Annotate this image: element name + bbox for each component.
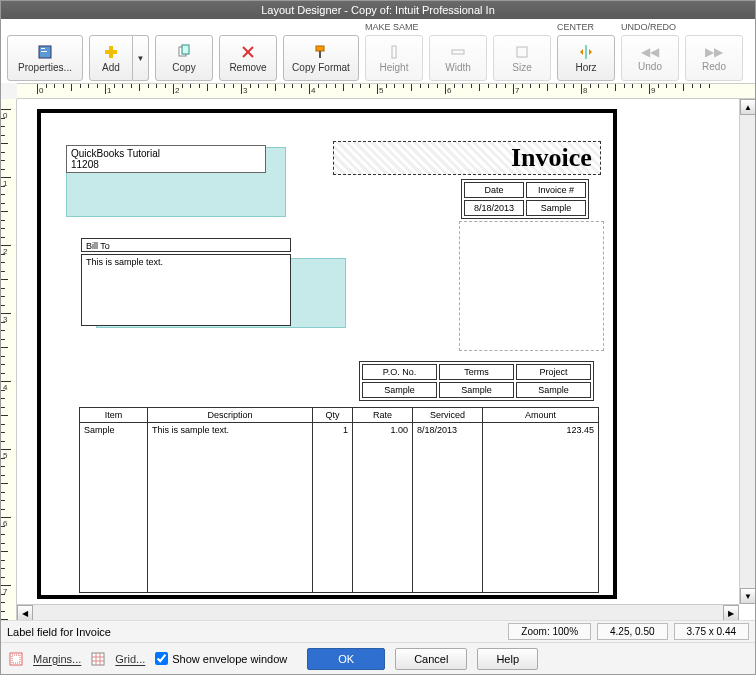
date-value: 8/18/2013 <box>464 200 524 216</box>
canvas-scroll[interactable]: QuickBooks Tutorial 11208 Invoice DateIn… <box>17 99 755 620</box>
status-bar: Label field for Invoice Zoom: 100% 4.25,… <box>1 620 755 642</box>
scroll-right-button[interactable]: ▶ <box>723 605 739 620</box>
horz-button[interactable]: Horz <box>557 35 615 81</box>
paintbrush-icon <box>313 44 329 60</box>
undo-icon: ◀◀ <box>641 45 659 59</box>
ok-button[interactable]: OK <box>307 648 385 670</box>
envelope-checkbox-label[interactable]: Show envelope window <box>155 652 287 665</box>
height-button[interactable]: Height <box>365 35 423 81</box>
add-dropdown-button[interactable]: ▼ <box>133 35 149 81</box>
add-label: Add <box>102 62 120 73</box>
cell-serviced: 8/18/2013 <box>413 423 483 593</box>
center-group: CENTER Horz <box>557 23 615 81</box>
cell-desc: This is sample text. <box>148 423 313 593</box>
width-icon <box>450 44 466 60</box>
scroll-up-button[interactable]: ▲ <box>740 99 755 115</box>
make-same-label: MAKE SAME <box>365 22 419 32</box>
center-label: CENTER <box>557 22 594 32</box>
date-header: Date <box>464 182 524 198</box>
size-display: 3.75 x 0.44 <box>674 623 749 640</box>
make-same-group: MAKE SAME Height Width Size <box>365 23 551 81</box>
remove-button[interactable]: Remove <box>219 35 277 81</box>
canvas-area[interactable]: QuickBooks Tutorial 11208 Invoice DateIn… <box>17 99 637 609</box>
po-header: P.O. No. <box>362 364 437 380</box>
svg-rect-4 <box>105 50 117 54</box>
vertical-scrollbar[interactable]: ▲ ▼ <box>739 99 755 604</box>
horizontal-scrollbar[interactable]: ◀ ▶ <box>17 604 739 620</box>
horz-label: Horz <box>575 62 596 73</box>
col-rate: Rate <box>353 408 413 423</box>
col-amount: Amount <box>483 408 599 423</box>
cell-item: Sample <box>80 423 148 593</box>
svg-marker-15 <box>580 49 583 55</box>
svg-rect-19 <box>92 653 104 665</box>
zoom-display[interactable]: Zoom: 100% <box>508 623 591 640</box>
copy-icon <box>176 44 192 60</box>
po-value: Sample <box>362 382 437 398</box>
svg-rect-2 <box>41 51 47 52</box>
size-label: Size <box>512 62 531 73</box>
envelope-checkbox[interactable] <box>155 652 168 665</box>
page[interactable]: QuickBooks Tutorial 11208 Invoice DateIn… <box>37 109 617 599</box>
invno-value: Sample <box>526 200 586 216</box>
envelope-label: Show envelope window <box>172 653 287 665</box>
svg-rect-12 <box>452 50 464 54</box>
grid-button[interactable]: Grid... <box>115 653 145 665</box>
bottom-bar: Margins... Grid... Show envelope window … <box>1 642 755 674</box>
horizontal-ruler: 0123456789 <box>17 83 755 99</box>
canvas-row: 01234567 QuickBooks Tutorial 11208 Invoi… <box>1 99 755 620</box>
cell-rate: 1.00 <box>353 423 413 593</box>
cancel-button[interactable]: Cancel <box>395 648 467 670</box>
dashed-region <box>459 221 604 351</box>
copy-label: Copy <box>172 62 195 73</box>
svg-marker-16 <box>589 49 592 55</box>
properties-label: Properties... <box>18 62 72 73</box>
line-items-table[interactable]: Item Description Qty Rate Serviced Amoun… <box>79 407 599 593</box>
project-header: Project <box>516 364 591 380</box>
size-icon <box>514 44 530 60</box>
copy-format-button[interactable]: Copy Format <box>283 35 359 81</box>
billto-header[interactable]: Bill To <box>81 238 291 252</box>
remove-label: Remove <box>229 62 266 73</box>
svg-rect-9 <box>316 46 324 51</box>
svg-rect-1 <box>41 48 45 49</box>
terms-header: Terms <box>439 364 514 380</box>
col-serviced: Serviced <box>413 408 483 423</box>
size-button[interactable]: Size <box>493 35 551 81</box>
redo-button[interactable]: ▶▶ Redo <box>685 35 743 81</box>
col-qty: Qty <box>313 408 353 423</box>
svg-rect-11 <box>392 46 396 58</box>
scroll-down-button[interactable]: ▼ <box>740 588 755 604</box>
window: Layout Designer - Copy of: Intuit Profes… <box>0 0 756 675</box>
copy-format-label: Copy Format <box>292 62 350 73</box>
cell-qty: 1 <box>313 423 353 593</box>
redo-label: Redo <box>702 61 726 72</box>
help-button[interactable]: Help <box>477 648 538 670</box>
table-row[interactable]: Sample This is sample text. 1 1.00 8/18/… <box>80 423 599 593</box>
scroll-left-button[interactable]: ◀ <box>17 605 33 620</box>
copy-button[interactable]: Copy <box>155 35 213 81</box>
undo-button[interactable]: ◀◀ Undo <box>621 35 679 81</box>
position-display: 4.25, 0.50 <box>597 623 667 640</box>
col-desc: Description <box>148 408 313 423</box>
svg-rect-10 <box>319 51 321 58</box>
add-button[interactable]: Add <box>89 35 133 81</box>
company-box[interactable]: QuickBooks Tutorial 11208 <box>66 145 266 173</box>
svg-rect-13 <box>517 47 527 57</box>
company-sub: 11208 <box>71 159 261 170</box>
height-label: Height <box>380 62 409 73</box>
date-invoice-table[interactable]: DateInvoice # 8/18/2013Sample <box>461 179 589 219</box>
margins-icon <box>9 652 23 666</box>
undo-label: Undo <box>638 61 662 72</box>
properties-icon <box>37 44 53 60</box>
po-terms-table[interactable]: P.O. No.TermsProject SampleSampleSample <box>359 361 594 401</box>
margins-button[interactable]: Margins... <box>33 653 81 665</box>
billto-body[interactable]: This is sample text. <box>81 254 291 326</box>
undoredo-label: UNDO/REDO <box>621 22 676 32</box>
grid-icon <box>91 652 105 666</box>
width-button[interactable]: Width <box>429 35 487 81</box>
cell-amount: 123.45 <box>483 423 599 593</box>
vertical-ruler: 01234567 <box>1 99 17 620</box>
invoice-title[interactable]: Invoice <box>511 143 592 173</box>
properties-button[interactable]: Properties... <box>7 35 83 81</box>
